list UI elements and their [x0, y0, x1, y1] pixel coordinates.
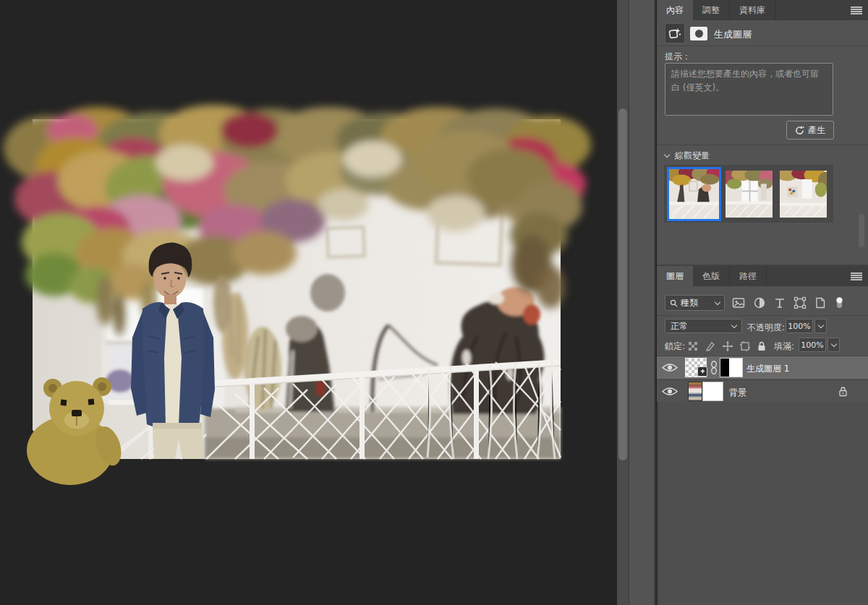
- fill-value: 100%: [801, 340, 823, 350]
- variations-label: 綜觀變量: [675, 150, 710, 162]
- prompt-label: 提示：: [665, 51, 691, 63]
- filter-adjustment-layers-icon[interactable]: [753, 296, 766, 309]
- layer-filter-kind-dropdown[interactable]: 種類: [665, 295, 725, 311]
- opacity-dropdown-button[interactable]: [814, 319, 827, 333]
- layers-panel-menu-icon[interactable]: [851, 273, 862, 280]
- prompt-input[interactable]: [665, 63, 833, 116]
- layer-thumbnail-photo[interactable]: [689, 382, 702, 400]
- background-lock-icon[interactable]: [838, 386, 848, 397]
- chevron-down-icon: [817, 322, 823, 327]
- panel-dock-gutter: [629, 0, 655, 605]
- tab-adjustments-label: 調整: [702, 4, 720, 17]
- fill-label: 填滿:: [774, 340, 794, 353]
- chevron-down-icon: [830, 340, 836, 346]
- variations-thumbnails: [664, 165, 833, 223]
- opacity-label: 不透明度:: [747, 322, 785, 334]
- tab-channels-label: 色版: [702, 270, 720, 283]
- canvas-scrollbar-thumb[interactable]: [618, 108, 627, 460]
- filter-type-layers-icon[interactable]: [773, 296, 786, 309]
- tool-title: 生成圖層: [714, 28, 752, 41]
- contents-panel-tabbar: 內容 調整 資料庫: [657, 0, 868, 20]
- contents-panel-scrollbar-thumb[interactable]: [859, 214, 864, 247]
- divider: [657, 145, 868, 145]
- mask-properties-icon[interactable]: [690, 27, 707, 40]
- variations-header[interactable]: 綜觀變量: [665, 150, 710, 162]
- chevron-down-icon: [715, 299, 720, 304]
- divider: [657, 46, 868, 46]
- lock-all-icon[interactable]: [756, 340, 767, 352]
- lock-label: 鎖定:: [665, 340, 685, 353]
- tab-channels[interactable]: 色版: [693, 266, 730, 286]
- divider: [657, 315, 868, 316]
- filter-shape-layers-icon[interactable]: [793, 296, 807, 309]
- layer-mask-thumbnail[interactable]: [720, 359, 742, 377]
- layers-panel-empty-area: [657, 402, 868, 605]
- blend-mode-dropdown[interactable]: 正常: [665, 319, 742, 333]
- lock-transparent-pixels-icon[interactable]: [687, 340, 699, 352]
- opacity-value: 100%: [788, 322, 810, 331]
- photoshop-window: 內容 調整 資料庫 生成圖層 提示： 產生: [0, 0, 868, 605]
- canvas-image[interactable]: [33, 119, 561, 459]
- layer-mask-thumbnail-white[interactable]: [703, 382, 723, 400]
- photo-gallery-scene: [33, 119, 561, 459]
- layer-name[interactable]: 背景: [729, 387, 746, 399]
- variation-thumbnail-1-selected[interactable]: [667, 167, 721, 221]
- fill-value-field[interactable]: 100%: [799, 338, 826, 352]
- chevron-down-icon: [731, 322, 737, 327]
- tab-layers-label: 圖層: [666, 270, 684, 283]
- layer-mask-link-icon[interactable]: [710, 361, 718, 374]
- generative-badge-icon: [697, 366, 707, 377]
- visibility-eye-icon[interactable]: [661, 361, 678, 374]
- lock-image-pixels-icon[interactable]: [705, 340, 716, 352]
- kind-filter-label: 種類: [681, 297, 698, 309]
- filter-pixel-layers-icon[interactable]: [732, 296, 745, 309]
- generate-button[interactable]: 產生: [786, 121, 834, 140]
- generative-layer-tool-button[interactable]: [665, 23, 685, 43]
- variation-3-preview: [780, 171, 827, 218]
- layer-row-generative-layer-1[interactable]: 生成圖層 1: [657, 356, 868, 379]
- variation-thumbnail-2[interactable]: [726, 171, 773, 218]
- fill-dropdown-button[interactable]: [827, 338, 840, 352]
- tab-libraries-label: 資料庫: [739, 4, 765, 17]
- tab-libraries[interactable]: 資料庫: [730, 0, 775, 20]
- layers-panel-tabbar: 圖層 色版 路徑: [657, 266, 868, 286]
- generate-refresh-icon: [795, 126, 804, 135]
- lock-artboard-nesting-icon[interactable]: [739, 340, 751, 352]
- layer-name[interactable]: 生成圖層 1: [746, 363, 789, 375]
- tab-contents[interactable]: 內容: [657, 0, 693, 20]
- layer-filtering-toggle[interactable]: [834, 296, 845, 309]
- contents-panel-menu-icon[interactable]: [851, 7, 862, 14]
- tab-contents-label: 內容: [666, 4, 684, 17]
- variation-1-preview: [669, 169, 719, 219]
- search-icon: [670, 299, 678, 307]
- chevron-down-icon: [664, 152, 670, 158]
- panel-dock: 內容 調整 資料庫 生成圖層 提示： 產生: [657, 0, 868, 605]
- tab-paths-label: 路徑: [739, 270, 757, 283]
- tab-paths[interactable]: 路徑: [730, 266, 767, 286]
- variation-thumbnail-3[interactable]: [780, 171, 827, 218]
- lock-position-icon[interactable]: [722, 340, 733, 352]
- generate-button-label: 產生: [808, 124, 825, 137]
- canvas-scrollbar-track[interactable]: [617, 0, 629, 605]
- opacity-value-field[interactable]: 100%: [786, 319, 813, 333]
- layer-row-background[interactable]: 背景: [657, 379, 868, 402]
- visibility-eye-icon[interactable]: [661, 385, 678, 398]
- variation-2-preview: [726, 171, 773, 218]
- filter-smart-objects-icon[interactable]: [814, 296, 827, 309]
- generative-fill-icon: [668, 27, 681, 40]
- tab-layers[interactable]: 圖層: [657, 266, 693, 286]
- blend-mode-value: 正常: [671, 320, 688, 332]
- tab-adjustments[interactable]: 調整: [693, 0, 730, 20]
